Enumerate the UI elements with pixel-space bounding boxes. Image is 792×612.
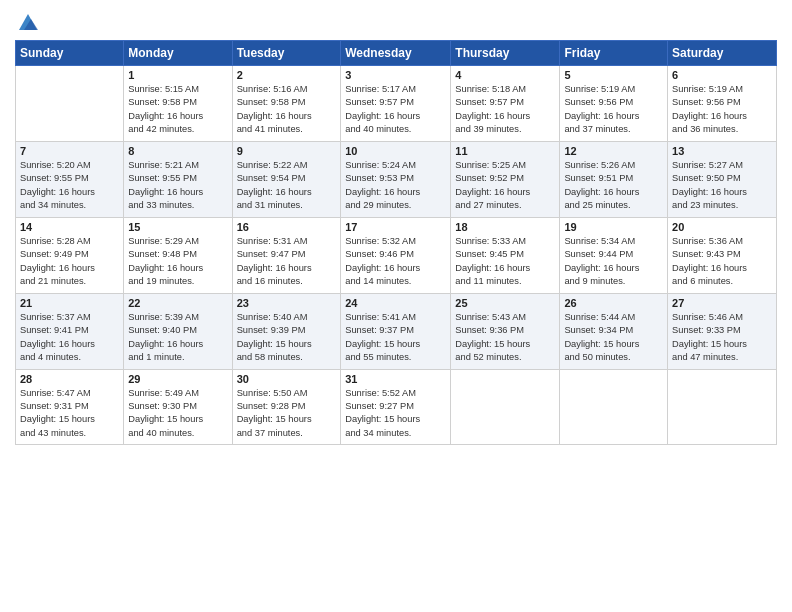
day-number: 1 (128, 69, 227, 81)
day-cell: 19Sunrise: 5:34 AMSunset: 9:44 PMDayligh… (560, 217, 668, 293)
day-detail: Sunrise: 5:19 AMSunset: 9:56 PMDaylight:… (564, 83, 663, 137)
day-number: 31 (345, 373, 446, 385)
day-detail: Sunrise: 5:31 AMSunset: 9:47 PMDaylight:… (237, 235, 337, 289)
day-detail: Sunrise: 5:34 AMSunset: 9:44 PMDaylight:… (564, 235, 663, 289)
day-detail: Sunrise: 5:28 AMSunset: 9:49 PMDaylight:… (20, 235, 119, 289)
header (15, 10, 777, 34)
week-row-5: 28Sunrise: 5:47 AMSunset: 9:31 PMDayligh… (16, 369, 777, 445)
day-cell: 15Sunrise: 5:29 AMSunset: 9:48 PMDayligh… (124, 217, 232, 293)
day-cell: 31Sunrise: 5:52 AMSunset: 9:27 PMDayligh… (341, 369, 451, 445)
day-number: 18 (455, 221, 555, 233)
week-row-2: 7Sunrise: 5:20 AMSunset: 9:55 PMDaylight… (16, 141, 777, 217)
day-detail: Sunrise: 5:43 AMSunset: 9:36 PMDaylight:… (455, 311, 555, 365)
day-number: 20 (672, 221, 772, 233)
day-number: 7 (20, 145, 119, 157)
day-detail: Sunrise: 5:36 AMSunset: 9:43 PMDaylight:… (672, 235, 772, 289)
day-detail: Sunrise: 5:19 AMSunset: 9:56 PMDaylight:… (672, 83, 772, 137)
day-detail: Sunrise: 5:29 AMSunset: 9:48 PMDaylight:… (128, 235, 227, 289)
day-cell: 20Sunrise: 5:36 AMSunset: 9:43 PMDayligh… (668, 217, 777, 293)
day-detail: Sunrise: 5:33 AMSunset: 9:45 PMDaylight:… (455, 235, 555, 289)
day-detail: Sunrise: 5:25 AMSunset: 9:52 PMDaylight:… (455, 159, 555, 213)
day-number: 19 (564, 221, 663, 233)
day-cell: 7Sunrise: 5:20 AMSunset: 9:55 PMDaylight… (16, 141, 124, 217)
day-number: 22 (128, 297, 227, 309)
day-number: 3 (345, 69, 446, 81)
weekday-header-row: SundayMondayTuesdayWednesdayThursdayFrid… (16, 41, 777, 66)
day-detail: Sunrise: 5:47 AMSunset: 9:31 PMDaylight:… (20, 387, 119, 441)
day-detail: Sunrise: 5:18 AMSunset: 9:57 PMDaylight:… (455, 83, 555, 137)
day-cell: 5Sunrise: 5:19 AMSunset: 9:56 PMDaylight… (560, 66, 668, 142)
day-detail: Sunrise: 5:20 AMSunset: 9:55 PMDaylight:… (20, 159, 119, 213)
day-number: 11 (455, 145, 555, 157)
day-cell (560, 369, 668, 445)
day-number: 21 (20, 297, 119, 309)
day-cell: 2Sunrise: 5:16 AMSunset: 9:58 PMDaylight… (232, 66, 341, 142)
day-number: 2 (237, 69, 337, 81)
day-cell: 13Sunrise: 5:27 AMSunset: 9:50 PMDayligh… (668, 141, 777, 217)
day-detail: Sunrise: 5:41 AMSunset: 9:37 PMDaylight:… (345, 311, 446, 365)
weekday-header-sunday: Sunday (16, 41, 124, 66)
week-row-4: 21Sunrise: 5:37 AMSunset: 9:41 PMDayligh… (16, 293, 777, 369)
day-number: 16 (237, 221, 337, 233)
weekday-header-tuesday: Tuesday (232, 41, 341, 66)
weekday-header-friday: Friday (560, 41, 668, 66)
day-cell: 16Sunrise: 5:31 AMSunset: 9:47 PMDayligh… (232, 217, 341, 293)
day-number: 13 (672, 145, 772, 157)
day-cell (451, 369, 560, 445)
calendar-table: SundayMondayTuesdayWednesdayThursdayFrid… (15, 40, 777, 445)
day-cell: 12Sunrise: 5:26 AMSunset: 9:51 PMDayligh… (560, 141, 668, 217)
day-cell: 1Sunrise: 5:15 AMSunset: 9:58 PMDaylight… (124, 66, 232, 142)
day-number: 12 (564, 145, 663, 157)
day-detail: Sunrise: 5:15 AMSunset: 9:58 PMDaylight:… (128, 83, 227, 137)
day-number: 8 (128, 145, 227, 157)
day-cell: 3Sunrise: 5:17 AMSunset: 9:57 PMDaylight… (341, 66, 451, 142)
day-cell: 8Sunrise: 5:21 AMSunset: 9:55 PMDaylight… (124, 141, 232, 217)
logo (15, 14, 39, 34)
day-detail: Sunrise: 5:27 AMSunset: 9:50 PMDaylight:… (672, 159, 772, 213)
day-detail: Sunrise: 5:32 AMSunset: 9:46 PMDaylight:… (345, 235, 446, 289)
day-detail: Sunrise: 5:22 AMSunset: 9:54 PMDaylight:… (237, 159, 337, 213)
day-cell: 27Sunrise: 5:46 AMSunset: 9:33 PMDayligh… (668, 293, 777, 369)
day-detail: Sunrise: 5:46 AMSunset: 9:33 PMDaylight:… (672, 311, 772, 365)
weekday-header-wednesday: Wednesday (341, 41, 451, 66)
day-number: 9 (237, 145, 337, 157)
week-row-1: 1Sunrise: 5:15 AMSunset: 9:58 PMDaylight… (16, 66, 777, 142)
day-cell: 26Sunrise: 5:44 AMSunset: 9:34 PMDayligh… (560, 293, 668, 369)
day-number: 5 (564, 69, 663, 81)
day-cell: 22Sunrise: 5:39 AMSunset: 9:40 PMDayligh… (124, 293, 232, 369)
day-number: 28 (20, 373, 119, 385)
day-number: 24 (345, 297, 446, 309)
day-cell: 9Sunrise: 5:22 AMSunset: 9:54 PMDaylight… (232, 141, 341, 217)
day-cell: 14Sunrise: 5:28 AMSunset: 9:49 PMDayligh… (16, 217, 124, 293)
day-cell: 24Sunrise: 5:41 AMSunset: 9:37 PMDayligh… (341, 293, 451, 369)
day-number: 29 (128, 373, 227, 385)
day-detail: Sunrise: 5:39 AMSunset: 9:40 PMDaylight:… (128, 311, 227, 365)
weekday-header-thursday: Thursday (451, 41, 560, 66)
day-number: 6 (672, 69, 772, 81)
day-detail: Sunrise: 5:16 AMSunset: 9:58 PMDaylight:… (237, 83, 337, 137)
day-cell: 11Sunrise: 5:25 AMSunset: 9:52 PMDayligh… (451, 141, 560, 217)
day-cell: 23Sunrise: 5:40 AMSunset: 9:39 PMDayligh… (232, 293, 341, 369)
day-detail: Sunrise: 5:37 AMSunset: 9:41 PMDaylight:… (20, 311, 119, 365)
day-cell: 25Sunrise: 5:43 AMSunset: 9:36 PMDayligh… (451, 293, 560, 369)
day-cell: 18Sunrise: 5:33 AMSunset: 9:45 PMDayligh… (451, 217, 560, 293)
page: SundayMondayTuesdayWednesdayThursdayFrid… (0, 0, 792, 612)
day-cell: 4Sunrise: 5:18 AMSunset: 9:57 PMDaylight… (451, 66, 560, 142)
weekday-header-monday: Monday (124, 41, 232, 66)
day-detail: Sunrise: 5:52 AMSunset: 9:27 PMDaylight:… (345, 387, 446, 441)
day-cell: 28Sunrise: 5:47 AMSunset: 9:31 PMDayligh… (16, 369, 124, 445)
day-cell: 6Sunrise: 5:19 AMSunset: 9:56 PMDaylight… (668, 66, 777, 142)
day-detail: Sunrise: 5:40 AMSunset: 9:39 PMDaylight:… (237, 311, 337, 365)
weekday-header-saturday: Saturday (668, 41, 777, 66)
day-cell (16, 66, 124, 142)
day-detail: Sunrise: 5:26 AMSunset: 9:51 PMDaylight:… (564, 159, 663, 213)
day-number: 25 (455, 297, 555, 309)
day-cell: 29Sunrise: 5:49 AMSunset: 9:30 PMDayligh… (124, 369, 232, 445)
day-number: 10 (345, 145, 446, 157)
day-number: 26 (564, 297, 663, 309)
day-number: 23 (237, 297, 337, 309)
day-number: 14 (20, 221, 119, 233)
day-detail: Sunrise: 5:49 AMSunset: 9:30 PMDaylight:… (128, 387, 227, 441)
day-cell: 17Sunrise: 5:32 AMSunset: 9:46 PMDayligh… (341, 217, 451, 293)
day-detail: Sunrise: 5:44 AMSunset: 9:34 PMDaylight:… (564, 311, 663, 365)
